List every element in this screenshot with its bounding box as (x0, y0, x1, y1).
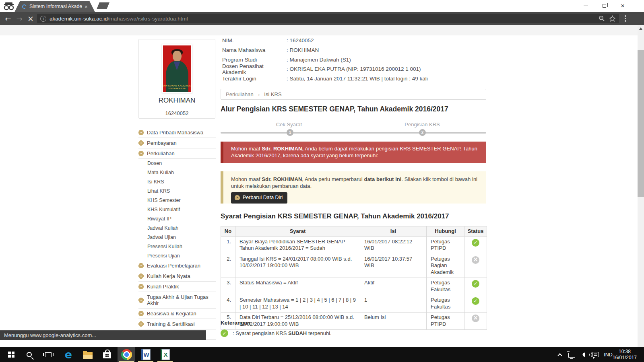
student-info: NIM.: 16240052 Nama Mahasiswa: ROKHIMAN … (222, 36, 488, 83)
breadcrumb-perkuliahan[interactable]: Perkuliahan (226, 91, 254, 97)
step-label-cek-syarat: Cek Syarat (257, 121, 321, 128)
sidebar-item-evaluasi-pembelajaran[interactable]: Evaluasi Pembelajaran (138, 261, 216, 271)
info-row-nama: Nama Mahasiswa: ROKHIMAN (222, 45, 488, 55)
flower-icon (138, 311, 144, 316)
excel-button[interactable]: X (156, 347, 174, 362)
browser-toolbar: ← → × i akademik.uin-suka.ac.id/mahasisw… (0, 12, 644, 25)
back-icon[interactable]: ← (2, 12, 14, 25)
word-button[interactable]: W (137, 347, 155, 362)
col-hubungi: Hubungi (427, 226, 464, 237)
network-button[interactable] (566, 347, 577, 362)
tray-chevron-button[interactable] (555, 347, 565, 362)
student-card: UIN SUNAN KALIJAGA YOGYAKARTA ROKHIMAN 1… (138, 39, 215, 119)
action-center-button[interactable] (590, 347, 601, 362)
col-no: No (221, 226, 235, 237)
sidebar-item-dosen[interactable]: Dosen (138, 159, 216, 168)
zoom-icon[interactable] (599, 15, 605, 22)
page-info-icon[interactable]: i (40, 16, 46, 22)
info-row-login: Terakhir Login: Sabtu, 14 Januari 2017 1… (222, 74, 488, 84)
bookmark-star-icon[interactable] (609, 15, 616, 22)
student-nim: 16240052 (139, 110, 215, 116)
volume-button[interactable] (578, 347, 590, 362)
table-row: 1. Bayar Biaya Pendidikan SEMESTER GENAP… (221, 237, 487, 254)
browser-menu-icon[interactable] (625, 15, 626, 17)
sidebar-item-beasiswa-kegiatan[interactable]: Beasiswa & Kegiatan (138, 309, 216, 319)
sidebar-item-isi-krs[interactable]: Isi KRS (138, 177, 216, 187)
flower-icon (138, 130, 144, 135)
table-row: 2. Tanggal Isi KRS = 24/01/2017 08:00:00… (221, 254, 487, 278)
table-row: 4. Semester Mahasiswa = 1 | 2 | 3 | 4 | … (221, 295, 487, 313)
taskbar-search-button[interactable] (21, 347, 37, 362)
sidebar-item-data-pribadi-mahasiswa[interactable]: Data Pribadi Mahasiswa (138, 128, 216, 138)
address-bar[interactable]: i akademik.uin-suka.ac.id/mahasiswa/isik… (37, 14, 619, 23)
clock-time: 10:38 (619, 349, 631, 355)
scrollbar[interactable] (638, 25, 644, 347)
perbarui-data-diri-button[interactable]: Perbarui Data Diri (231, 192, 287, 204)
edge-button[interactable]: e (60, 347, 77, 362)
sidebar-item-presensi-kuliah[interactable]: Presensi Kuliah (138, 242, 216, 251)
url-domain: akademik.uin-suka.ac.id (50, 16, 108, 22)
sidebar-item-perkuliahan[interactable]: Perkuliahan (138, 148, 216, 159)
forward-icon[interactable]: → (14, 12, 25, 25)
stop-icon[interactable]: × (25, 12, 36, 25)
student-name: ROKHIMAN (139, 97, 215, 105)
minimize-button[interactable] (576, 0, 595, 12)
close-button[interactable]: × (613, 0, 632, 12)
page-title: Alur Pengisian KRS SEMESTER GENAP, Tahun… (221, 104, 486, 114)
page-header-band (0, 25, 644, 35)
info-row-nim: NIM.: 16240052 (222, 36, 488, 45)
requirements-table: No Syarat Isi Hubungi Status 1. Bayar Bi… (221, 226, 487, 330)
url-text[interactable]: akademik.uin-suka.ac.id/mahasiswa/isikrs… (50, 16, 188, 22)
start-button[interactable] (3, 347, 19, 362)
alert-error-name: Sdr. ROKHIMAN, (262, 146, 303, 152)
task-view-icon (45, 352, 52, 357)
photo-face (173, 51, 182, 62)
scrollbar-thumb[interactable] (638, 50, 644, 197)
info-row-dosen: Dosen Penasihat Akademik: OKRISAL EKA PU… (222, 64, 488, 74)
tab-title: Sistem Informasi Akadem (29, 4, 82, 9)
chrome-icon (121, 349, 132, 360)
sidebar-item-kuliah-kerja-nyata[interactable]: Kuliah Kerja Nyata (138, 271, 216, 282)
step-label-pengisian-krs: Pengisian KRS (390, 121, 454, 128)
chrome-button[interactable] (118, 347, 135, 362)
section-title: Syarat Pengisian KRS SEMESTER GENAP, Tah… (221, 212, 486, 221)
sidebar-item-khs-semester[interactable]: KHS Semester (138, 196, 216, 205)
sidebar-item-riwayat-ip[interactable]: Riwayat IP (138, 214, 216, 224)
file-explorer-button[interactable] (79, 347, 97, 362)
tab-close-icon[interactable]: × (85, 4, 88, 9)
photo-overlay-text: UIN SUNAN KALIJAGA YOGYAKARTA (163, 84, 191, 90)
status-check-icon (472, 297, 479, 305)
restore-button[interactable] (595, 0, 613, 12)
page-content: UIN SUNAN KALIJAGA YOGYAKARTA ROKHIMAN 1… (0, 25, 644, 347)
sidebar-item-jadwal-ujian[interactable]: Jadwal Ujian (138, 233, 216, 242)
new-tab-button[interactable] (97, 2, 109, 9)
sidebar-item-mata-kuliah[interactable]: Mata Kuliah (138, 168, 216, 177)
store-bag-icon (103, 352, 111, 358)
flower-icon (138, 151, 144, 156)
scroll-up-arrow-icon[interactable] (639, 27, 642, 30)
flower-icon (235, 195, 240, 200)
sidebar-item-lihat-krs[interactable]: Lihat KRS (138, 187, 216, 196)
task-view-button[interactable] (40, 347, 56, 362)
sidebar-item-tugas-akhir[interactable]: Tugas Akhir & Ujian Tugas Akhir (138, 292, 216, 309)
alert-update-data: Mohon maaf Sdr. ROKHIMAN, Anda perlu mem… (221, 171, 486, 204)
browser-tab[interactable]: Sistem Informasi Akadem × (14, 1, 95, 12)
url-path: /mahasiswa/isikrs-syaratdua.html (108, 16, 188, 22)
legend-check-icon (221, 329, 228, 337)
sidebar-item-presensi-ujian[interactable]: Presensi Ujian (138, 251, 216, 261)
status-cross-icon (472, 315, 479, 322)
col-status: Status (464, 226, 487, 237)
flower-icon (138, 321, 144, 327)
sidebar-item-jadwal-kuliah[interactable]: Jadwal Kuliah (138, 224, 216, 233)
sidebar-item-khs-kumulatif[interactable]: KHS Kumulatif (138, 205, 216, 214)
sidebar-item-pembayaran[interactable]: Pembayaran (138, 138, 216, 148)
status-check-icon (472, 239, 479, 247)
store-button[interactable] (98, 347, 116, 362)
sidebar-item-training-sertifikasi[interactable]: Training & Sertifikasi (138, 319, 216, 329)
folder-icon (83, 352, 93, 359)
flower-icon (138, 140, 144, 146)
sidebar-item-kuliah-praktik[interactable]: Kuliah Praktik (138, 282, 216, 292)
status-cross-icon (472, 256, 479, 264)
chevron-up-icon (557, 353, 562, 358)
taskbar-clock[interactable]: 10:38 16/01/2017 (613, 347, 637, 362)
